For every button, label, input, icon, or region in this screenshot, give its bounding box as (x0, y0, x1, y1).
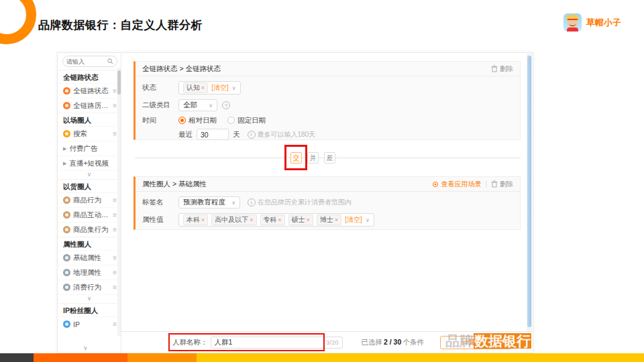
drag-handle-icon[interactable]: ≡ (113, 102, 117, 109)
remove-tag-icon[interactable]: × (201, 215, 205, 225)
help-icon[interactable]: ? (222, 101, 230, 109)
user-chip[interactable]: 草帽小子 (564, 13, 621, 32)
main-scrollbar[interactable] (527, 54, 532, 331)
radio-fixed-date[interactable]: 固定日期 (227, 116, 266, 125)
sidebar-list: 全链路状态全链路状态≡全链路历史...≡以场圈人搜索≡▶付费广告▶直播+短视频∨… (58, 70, 121, 331)
collapse-chevron-icon[interactable]: ∨ (58, 294, 121, 303)
card2-delete-button[interactable]: 删除 (491, 180, 513, 189)
chevron-down-icon: ∨ (231, 200, 235, 206)
remove-tag-icon[interactable]: × (335, 215, 338, 225)
card2-breadcrumb: 属性圈人 > 基础属性 (142, 180, 432, 189)
status-tag: 认知× (183, 82, 208, 93)
sidebar-item-label: 商品行为 (73, 196, 110, 205)
chevron-down-icon: ∨ (232, 85, 236, 91)
sidebar-item[interactable]: 消费行为≡ (58, 280, 121, 294)
drag-handle-icon[interactable]: ≡ (113, 254, 117, 261)
clear-link[interactable]: [清空] (345, 215, 362, 225)
drag-handle-icon[interactable]: ≡ (113, 130, 117, 137)
recent-hint: 最多可以输入180天 (258, 130, 316, 139)
drag-handle-icon[interactable]: ≡ (113, 269, 117, 276)
drag-handle-icon[interactable]: ≡ (113, 196, 117, 204)
sidebar-item[interactable]: 商品行为≡ (58, 192, 121, 207)
sidebar-item[interactable]: 搜索≡ (58, 126, 121, 141)
operator-intersect-button[interactable]: 交 (290, 152, 302, 164)
radio-off-icon (227, 117, 235, 124)
chevron-down-icon: ∨ (209, 103, 213, 109)
char-counter: 3/20 (326, 339, 339, 346)
sidebar-item[interactable]: ▶直播+短视频 (58, 156, 121, 170)
attr-gray-icon (63, 284, 70, 291)
view-scene-link[interactable]: 查看应用场景 (432, 180, 481, 189)
drag-handle-icon[interactable]: ≡ (113, 284, 117, 291)
sidebar-item-label: 地理属性 (73, 268, 110, 278)
expand-arrow-icon[interactable]: ▶ (63, 161, 66, 166)
main-panel: 全链路状态 > 全链路状态 删除 状态 认知× [清空] ∨ (121, 53, 533, 353)
main-scrollbar-thumb[interactable] (527, 56, 531, 327)
condition-card-basic-attribute: 属性圈人 > 基础属性 查看应用场景 | 删除 标签名 (133, 176, 521, 230)
radio-relative-date[interactable]: 相对日期 (178, 116, 217, 125)
page-title: 品牌数据银行：自定义人群分析 (38, 17, 203, 33)
drag-handle-icon[interactable]: ≡ (113, 226, 117, 233)
info-icon: i (248, 198, 256, 206)
audience-builder-window: 全链路状态全链路状态≡全链路历史...≡以场圈人搜索≡▶付费广告▶直播+短视频∨… (57, 52, 533, 353)
sidebar-item[interactable]: 全链路历史...≡ (58, 98, 121, 113)
sidebar-item[interactable]: 基础属性≡ (58, 250, 121, 265)
calculate-count-button[interactable]: 计算人数 (440, 336, 511, 349)
attr-tag: 专科× (260, 215, 285, 225)
attr-gray-icon (63, 254, 70, 261)
tag-name-select[interactable]: 预测教育程度 ∨ (178, 196, 240, 208)
remove-tag-icon[interactable]: × (307, 215, 310, 225)
drag-handle-icon[interactable]: ≡ (113, 320, 117, 328)
selected-conditions: 已选择2 / 30个条件 (362, 338, 424, 347)
clear-link[interactable]: [清空] (211, 83, 229, 93)
selected-count: 2 / 30 (384, 338, 401, 346)
sidebar-scroll-down-icon[interactable]: ∨ (83, 345, 88, 351)
drag-handle-icon[interactable]: ≡ (113, 211, 117, 219)
sidebar-item-label: 商品集行为 (73, 225, 110, 235)
remove-tag-icon[interactable]: × (250, 215, 253, 225)
remove-tag-icon[interactable]: × (201, 83, 205, 93)
sidebar-item-label: 基础属性 (73, 253, 110, 263)
recent-days-input[interactable] (197, 129, 229, 140)
card1-delete-button[interactable]: 删除 (491, 64, 513, 74)
search-input[interactable] (66, 58, 105, 65)
attr-value-multiselect[interactable]: 本科×高中及以下×专科×硕士×博士×[清空]∨ (178, 213, 374, 227)
recent-unit: 天 (233, 130, 240, 139)
chevron-down-icon: ∨ (366, 217, 370, 223)
card1-breadcrumb: 全链路状态 > 全链路状态 (142, 64, 491, 74)
sidebar-scrollbar-thumb[interactable] (117, 70, 121, 95)
audience-name-field[interactable]: 3/20 (211, 337, 343, 349)
operator-union-button[interactable]: 并 (307, 152, 319, 164)
user-name: 草帽小子 (586, 17, 621, 29)
status-multiselect[interactable]: 认知× [清空] ∨ (178, 81, 241, 95)
radio-on-icon (178, 117, 186, 124)
operator-difference-button[interactable]: 差 (324, 152, 335, 164)
sidebar-item-label: 搜索 (73, 129, 110, 139)
sidebar-item[interactable]: IP≡ (58, 316, 121, 331)
strip-dark (0, 353, 34, 362)
search-icon (107, 58, 113, 64)
goods-tan-icon (63, 211, 70, 219)
sidebar-item[interactable]: 地理属性≡ (58, 265, 121, 280)
info-icon: i (248, 131, 256, 139)
divider: | (485, 180, 487, 188)
brand-ring-decoration (0, 0, 36, 44)
sidebar-scrollbar[interactable] (117, 68, 121, 336)
expand-arrow-icon[interactable]: ▶ (63, 146, 66, 152)
remove-tag-icon[interactable]: × (278, 215, 282, 225)
sidebar-item-label: IP (73, 320, 110, 328)
drag-handle-icon[interactable]: ≡ (113, 87, 117, 95)
sidebar-item-label: 付费广告 (69, 144, 117, 154)
sidebar-search[interactable] (62, 56, 117, 67)
category-select[interactable]: 全部 ∨ (178, 99, 217, 111)
audience-name-input[interactable] (215, 339, 327, 347)
sidebar-item[interactable]: 全链路状态≡ (58, 83, 121, 98)
ip-blue-icon (63, 320, 70, 328)
goods-tan-icon (63, 196, 70, 204)
sidebar-item[interactable]: 商品集行为≡ (58, 222, 121, 237)
sidebar-item[interactable]: 商品互动人...≡ (58, 207, 121, 222)
sidebar-item[interactable]: ▶付费广告 (58, 141, 121, 156)
user-avatar (564, 13, 582, 32)
collapse-chevron-icon[interactable]: ∨ (58, 170, 121, 179)
sidebar-item-label: 消费行为 (73, 283, 110, 292)
